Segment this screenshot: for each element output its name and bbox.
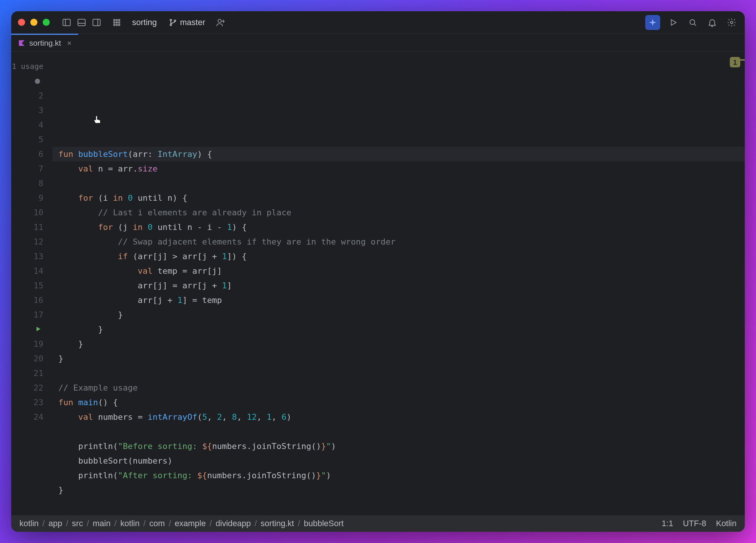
apps-grid-icon[interactable] [110,16,123,29]
code-line[interactable]: // Swap adjacent elements if they are in… [52,234,745,249]
gutter-line[interactable]: 17 [11,307,52,322]
caret-position[interactable]: 1:1 [662,519,673,528]
notifications-bell-icon[interactable] [706,16,719,29]
gutter-line[interactable]: 9 [11,191,52,205]
gutter-line[interactable]: 21 [11,366,52,380]
statusbar: kotlin/app/src/main/kotlin/com/example/d… [11,515,745,532]
svg-point-15 [170,19,172,21]
editor[interactable]: 1 usage 23456789101112131415161719202122… [11,52,745,515]
gutter-line[interactable]: 20 [11,351,52,366]
project-name[interactable]: sorting [132,18,157,27]
breadcrumb-segment[interactable]: bubbleSort [304,519,344,528]
code-line[interactable] [52,424,745,439]
code-line[interactable]: fun bubbleSort(arr: IntArray) { [52,147,745,161]
minimize-window-button[interactable] [30,19,37,26]
code-line[interactable]: println("After sorting: ${numbers.joinTo… [52,468,745,483]
file-encoding[interactable]: UTF-8 [683,519,706,528]
code-line[interactable]: arr[j] = arr[j + 1] [52,278,745,293]
svg-point-23 [731,21,733,24]
code-line[interactable] [52,176,745,191]
gutter-line[interactable]: 23 [11,395,52,410]
code-line[interactable]: } [52,483,745,497]
gutter-line[interactable]: 12 [11,234,52,249]
gutter-line[interactable]: 4 [11,118,52,132]
code-line[interactable]: } [52,307,745,322]
close-window-button[interactable] [18,19,25,26]
code-line[interactable]: if (arr[j] > arr[j + 1]) { [52,249,745,264]
svg-point-13 [116,24,118,25]
file-language[interactable]: Kotlin [716,519,737,528]
gutter-line[interactable]: 7 [11,161,52,176]
git-branch-selector[interactable]: master [169,18,205,27]
run-button-icon[interactable] [667,16,680,29]
breadcrumb-segment[interactable]: main [93,519,111,528]
search-icon[interactable] [686,16,699,29]
usage-hint[interactable]: 1 usage [11,59,52,74]
gutter-line[interactable]: 15 [11,278,52,293]
breadcrumb-segment[interactable]: sorting.kt [260,519,294,528]
breadcrumb-separator: / [114,519,116,528]
breadcrumb-segment[interactable]: kotlin [19,519,39,528]
code-line[interactable]: val numbers = intArrayOf(5, 2, 8, 12, 1,… [52,410,745,424]
code-line[interactable]: // Example usage [52,380,745,395]
settings-gear-icon[interactable] [725,16,738,29]
breadcrumb-segment[interactable]: app [48,519,62,528]
code-line[interactable]: } [52,322,745,337]
gutter-line[interactable]: 24 [11,410,52,424]
code-line[interactable]: // Last i elements are already in place [52,205,745,220]
code-line[interactable]: } [52,351,745,366]
gutter-line[interactable]: 3 [11,103,52,118]
bottom-panel-toggle-icon[interactable] [75,16,88,29]
svg-point-14 [119,24,120,25]
breadcrumb-separator: / [254,519,257,528]
breadcrumb-separator: / [42,519,45,528]
breadcrumb-segment[interactable]: example [175,519,206,528]
gutter-line[interactable]: 16 [11,293,52,307]
code-line[interactable]: val temp = arr[j] [52,264,745,278]
code-line[interactable]: } [52,337,745,351]
gutter-line[interactable]: 5 [11,132,52,147]
code-line[interactable] [52,366,745,380]
gutter[interactable]: 1 usage 23456789101112131415161719202122… [11,52,52,515]
left-sidebar-toggle-icon[interactable] [60,16,73,29]
breadcrumb[interactable]: kotlin/app/src/main/kotlin/com/example/d… [19,519,344,528]
right-sidebar-toggle-icon[interactable] [90,16,103,29]
breadcrumb-separator: / [66,519,68,528]
code-line[interactable]: fun main() { [52,395,745,410]
gutter-line[interactable]: 6 [11,147,52,161]
gutter-line[interactable]: 14 [11,264,52,278]
gutter-line[interactable]: 13 [11,249,52,264]
gutter-line[interactable] [11,322,52,337]
run-gutter-icon[interactable] [35,322,42,337]
breadcrumb-segment[interactable]: src [72,519,83,528]
svg-point-7 [116,19,118,21]
code-area[interactable]: fun bubbleSort(arr: IntArray) { val n = … [52,52,745,515]
gutter-line[interactable]: 2 [11,88,52,103]
maximize-window-button[interactable] [43,19,50,26]
gutter-line[interactable]: 10 [11,205,52,220]
breadcrumb-separator: / [210,519,212,528]
breakpoint-dot-icon[interactable] [35,79,40,84]
code-line[interactable]: val n = arr.size [52,161,745,176]
svg-point-21 [690,19,695,24]
breadcrumb-separator: / [87,519,89,528]
gutter-line[interactable]: 19 [11,337,52,351]
code-with-me-icon[interactable] [214,16,227,29]
code-line[interactable]: bubbleSort(numbers) [52,453,745,468]
breadcrumb-segment[interactable]: divideapp [216,519,251,528]
code-line[interactable]: println("Before sorting: ${numbers.joinT… [52,439,745,453]
breadcrumb-segment[interactable]: kotlin [121,519,140,528]
gutter-line[interactable]: 11 [11,220,52,234]
svg-line-22 [694,24,696,25]
gutter-line[interactable] [11,74,52,88]
scrollbar-marks[interactable] [738,52,745,515]
code-line[interactable]: for (i in 0 until n) { [52,191,745,205]
tab-close-icon[interactable]: × [67,39,71,48]
code-line[interactable]: arr[j + 1] = temp [52,293,745,307]
tab-sorting-kt[interactable]: sorting.kt × [11,34,78,51]
breadcrumb-segment[interactable]: com [149,519,165,528]
ai-assistant-button[interactable] [645,15,660,30]
gutter-line[interactable]: 22 [11,380,52,395]
gutter-line[interactable]: 8 [11,176,52,191]
code-line[interactable]: for (j in 0 until n - i - 1) { [52,220,745,234]
